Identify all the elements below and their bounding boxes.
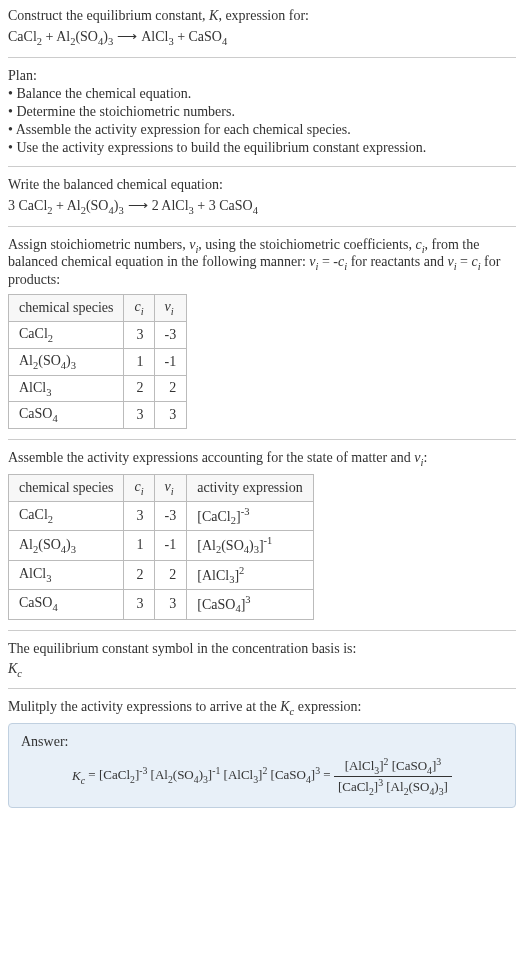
vi-cell: -1 — [154, 348, 187, 375]
col-ci: ci — [124, 474, 154, 501]
table-row: AlCl3 2 2 [AlCl3]2 — [9, 560, 314, 589]
intro-section: Construct the equilibrium constant, K, e… — [8, 8, 516, 47]
ci-cell: 3 — [124, 402, 154, 429]
multiply-section: Mulitply the activity expressions to arr… — [8, 699, 516, 808]
species-cell: AlCl3 — [9, 560, 124, 589]
divider — [8, 166, 516, 167]
vi-cell: 2 — [154, 560, 187, 589]
species-cell: AlCl3 — [9, 375, 124, 402]
species-cell: CaSO4 — [9, 402, 124, 429]
species-cell: CaCl2 — [9, 321, 124, 348]
vi-cell: 3 — [154, 402, 187, 429]
ci-cell: 1 — [124, 531, 154, 560]
balanced-section: Write the balanced chemical equation: 3 … — [8, 177, 516, 216]
ci-cell: 2 — [124, 375, 154, 402]
table-header-row: chemical species ci νi — [9, 295, 187, 322]
activity-table: chemical species ci νi activity expressi… — [8, 474, 314, 620]
plan-section: Plan: • Balance the chemical equation. •… — [8, 68, 516, 156]
answer-box: Answer: Kc = [CaCl2]-3 [Al2(SO4)3]-1 [Al… — [8, 723, 516, 808]
vi-cell: -1 — [154, 531, 187, 560]
assemble-section: Assemble the activity expressions accoun… — [8, 450, 516, 619]
plan-item: • Balance the chemical equation. — [8, 86, 516, 102]
col-species: chemical species — [9, 474, 124, 501]
table-row: Al2(SO4)3 1 -1 — [9, 348, 187, 375]
plan-label: Plan: — [8, 68, 516, 84]
expr-cell: [CaCl2]-3 — [187, 501, 313, 530]
col-vi: νi — [154, 295, 187, 322]
assign-section: Assign stoichiometric numbers, νi, using… — [8, 237, 516, 430]
plan-item: • Use the activity expressions to build … — [8, 140, 516, 156]
col-expr: activity expression — [187, 474, 313, 501]
divider — [8, 439, 516, 440]
assign-text: Assign stoichiometric numbers, νi, using… — [8, 237, 516, 289]
divider — [8, 226, 516, 227]
table-row: CaCl2 3 -3 — [9, 321, 187, 348]
answer-equation: Kc = [CaCl2]-3 [Al2(SO4)3]-1 [AlCl3]2 [C… — [21, 756, 503, 797]
table-row: AlCl3 2 2 — [9, 375, 187, 402]
balanced-equation: 3 CaCl2 + Al2(SO4)3⟶2 AlCl3 + 3 CaSO4 — [8, 197, 516, 216]
col-species: chemical species — [9, 295, 124, 322]
expr-cell: [AlCl3]2 — [187, 560, 313, 589]
assemble-text: Assemble the activity expressions accoun… — [8, 450, 516, 468]
plan-item: • Determine the stoichiometric numbers. — [8, 104, 516, 120]
divider — [8, 630, 516, 631]
vi-cell: 3 — [154, 590, 187, 619]
species-cell: Al2(SO4)3 — [9, 531, 124, 560]
table-row: CaSO4 3 3 — [9, 402, 187, 429]
ci-cell: 3 — [124, 321, 154, 348]
table-row: Al2(SO4)3 1 -1 [Al2(SO4)3]-1 — [9, 531, 314, 560]
expr-cell: [Al2(SO4)3]-1 — [187, 531, 313, 560]
species-cell: Al2(SO4)3 — [9, 348, 124, 375]
ci-cell: 3 — [124, 501, 154, 530]
stoich-table: chemical species ci νi CaCl2 3 -3 Al2(SO… — [8, 294, 187, 429]
answer-label: Answer: — [21, 734, 503, 750]
divider — [8, 688, 516, 689]
species-cell: CaCl2 — [9, 501, 124, 530]
col-vi: νi — [154, 474, 187, 501]
vi-cell: 2 — [154, 375, 187, 402]
symbol-value: Kc — [8, 661, 516, 679]
balanced-text: Write the balanced chemical equation: — [8, 177, 516, 193]
ci-cell: 2 — [124, 560, 154, 589]
multiply-text: Mulitply the activity expressions to arr… — [8, 699, 516, 717]
col-ci: ci — [124, 295, 154, 322]
symbol-section: The equilibrium constant symbol in the c… — [8, 641, 516, 679]
table-header-row: chemical species ci νi activity expressi… — [9, 474, 314, 501]
vi-cell: -3 — [154, 321, 187, 348]
expr-cell: [CaSO4]3 — [187, 590, 313, 619]
divider — [8, 57, 516, 58]
intro-line1: Construct the equilibrium constant, K, e… — [8, 8, 516, 24]
species-cell: CaSO4 — [9, 590, 124, 619]
table-row: CaCl2 3 -3 [CaCl2]-3 — [9, 501, 314, 530]
intro-equation: CaCl2 + Al2(SO4)3⟶AlCl3 + CaSO4 — [8, 28, 516, 47]
ci-cell: 1 — [124, 348, 154, 375]
symbol-text: The equilibrium constant symbol in the c… — [8, 641, 516, 657]
table-row: CaSO4 3 3 [CaSO4]3 — [9, 590, 314, 619]
vi-cell: -3 — [154, 501, 187, 530]
ci-cell: 3 — [124, 590, 154, 619]
plan-item: • Assemble the activity expression for e… — [8, 122, 516, 138]
